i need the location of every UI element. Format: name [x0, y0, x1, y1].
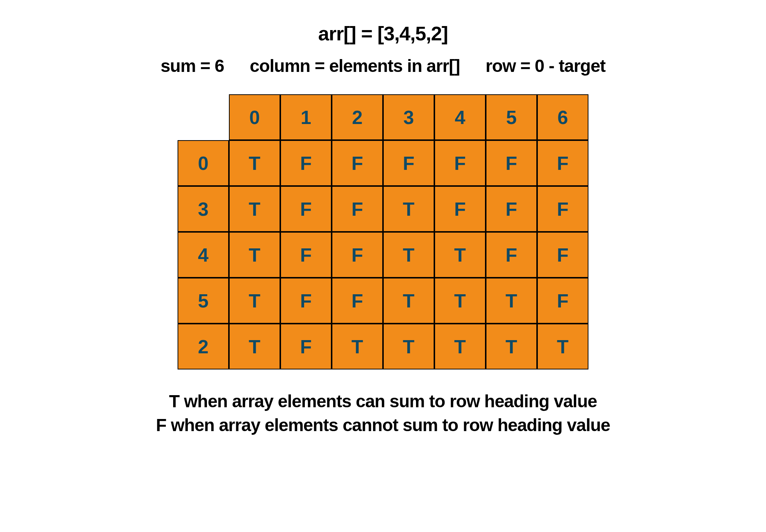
- data-cell: F: [537, 278, 588, 324]
- data-cell: T: [229, 324, 280, 369]
- data-cell: T: [383, 278, 434, 324]
- table-corner-cell: [178, 94, 229, 140]
- data-cell: F: [280, 278, 332, 324]
- diagram-footer: T when array elements can sum to row hea…: [156, 390, 610, 437]
- data-cell: T: [537, 324, 588, 369]
- data-cell: T: [229, 186, 280, 232]
- row-header-cell: 0: [178, 140, 229, 186]
- subtitle-sum: sum = 6: [161, 56, 224, 76]
- data-cell: T: [434, 278, 486, 324]
- data-cell: T: [434, 232, 486, 278]
- table-row: 0 T F F F F F F: [178, 140, 588, 186]
- table-header-row: 0 1 2 3 4 5 6: [178, 94, 588, 140]
- data-cell: F: [332, 232, 383, 278]
- data-cell: F: [332, 278, 383, 324]
- data-cell: F: [486, 232, 537, 278]
- data-cell: T: [486, 278, 537, 324]
- data-cell: F: [537, 186, 588, 232]
- data-cell: T: [383, 186, 434, 232]
- col-header-cell: 6: [537, 94, 588, 140]
- data-cell: T: [332, 324, 383, 369]
- row-header-cell: 3: [178, 186, 229, 232]
- col-header-cell: 2: [332, 94, 383, 140]
- data-cell: F: [486, 186, 537, 232]
- data-cell: F: [434, 186, 486, 232]
- col-header-cell: 4: [434, 94, 486, 140]
- data-cell: F: [332, 140, 383, 186]
- col-header-cell: 1: [280, 94, 332, 140]
- data-cell: F: [434, 140, 486, 186]
- dp-table: 0 1 2 3 4 5 6 0 T F F F F F F 3 T F F T …: [178, 94, 588, 369]
- data-cell: T: [229, 140, 280, 186]
- diagram-title: arr[] = [3,4,5,2]: [318, 22, 448, 45]
- data-cell: F: [280, 186, 332, 232]
- footer-line-1: T when array elements can sum to row hea…: [156, 390, 610, 413]
- data-cell: T: [229, 232, 280, 278]
- diagram-subtitle-row: sum = 6 column = elements in arr[] row =…: [161, 56, 606, 76]
- table-row: 5 T F F T T T F: [178, 278, 588, 324]
- subtitle-row: row = 0 - target: [486, 56, 606, 76]
- data-cell: T: [383, 232, 434, 278]
- data-cell: T: [434, 324, 486, 369]
- data-cell: T: [486, 324, 537, 369]
- subtitle-column: column = elements in arr[]: [250, 56, 460, 76]
- row-header-cell: 2: [178, 324, 229, 369]
- col-header-cell: 5: [486, 94, 537, 140]
- data-cell: F: [332, 186, 383, 232]
- col-header-cell: 0: [229, 94, 280, 140]
- data-cell: F: [280, 232, 332, 278]
- data-cell: F: [537, 232, 588, 278]
- data-cell: T: [229, 278, 280, 324]
- table-row: 4 T F F T T F F: [178, 232, 588, 278]
- data-cell: F: [537, 140, 588, 186]
- table-row: 2 T F T T T T T: [178, 324, 588, 369]
- data-cell: F: [280, 140, 332, 186]
- data-cell: T: [383, 324, 434, 369]
- footer-line-2: F when array elements cannot sum to row …: [156, 413, 610, 437]
- row-header-cell: 4: [178, 232, 229, 278]
- data-cell: F: [280, 324, 332, 369]
- table-row: 3 T F F T F F F: [178, 186, 588, 232]
- data-cell: F: [486, 140, 537, 186]
- col-header-cell: 3: [383, 94, 434, 140]
- data-cell: F: [383, 140, 434, 186]
- row-header-cell: 5: [178, 278, 229, 324]
